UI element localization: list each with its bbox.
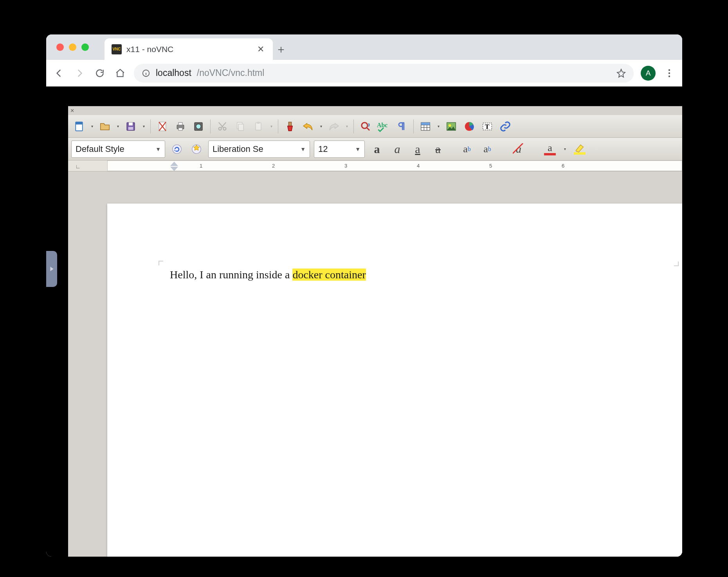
url-input[interactable]: localhost/noVNC/vnc.html	[134, 64, 634, 83]
close-window-button[interactable]	[56, 43, 64, 51]
first-line-indent-marker[interactable]	[170, 162, 178, 166]
maximize-window-button[interactable]	[81, 43, 89, 51]
copy-button[interactable]	[232, 119, 248, 134]
vnc-viewport: × ▾ ▾ ▾	[46, 87, 682, 557]
svg-rect-21	[256, 123, 261, 130]
document-text[interactable]: Hello, I an running inside a docker cont…	[170, 269, 366, 281]
redo-button[interactable]	[326, 119, 342, 134]
browser-window: VNC x11 - noVNC ✕ ＋ localhost/noVNC/vnc.…	[46, 34, 682, 557]
cut-button[interactable]	[214, 119, 230, 134]
insert-hyperlink-button[interactable]	[497, 119, 513, 134]
save-button[interactable]	[123, 119, 139, 134]
open-dropdown[interactable]: ▾	[115, 124, 121, 128]
svg-point-3	[669, 69, 670, 70]
font-size-select[interactable]: 12 ▼	[314, 141, 365, 158]
undo-dropdown[interactable]: ▾	[318, 124, 324, 128]
open-button[interactable]	[97, 119, 113, 134]
svg-rect-14	[178, 128, 182, 130]
table-dropdown[interactable]: ▾	[436, 124, 441, 128]
strikethrough-button[interactable]: a	[430, 141, 446, 157]
margin-corner-icon	[159, 261, 163, 265]
minimize-window-button[interactable]	[69, 43, 76, 51]
tab-title: x11 - noVNC	[126, 45, 251, 54]
subscript-button[interactable]: ab	[479, 141, 496, 157]
font-name-value: Liberation Se	[213, 144, 263, 154]
clear-formatting-button[interactable]: a	[510, 141, 527, 157]
insert-chart-button[interactable]	[461, 119, 477, 134]
text-run-highlighted: docker container	[292, 269, 366, 281]
new-tab-button[interactable]: ＋	[273, 38, 289, 60]
svg-rect-9	[129, 123, 133, 126]
tab-favicon: VNC	[112, 44, 122, 54]
tab-close-button[interactable]: ✕	[256, 44, 266, 54]
reload-button[interactable]	[93, 67, 106, 80]
ruler-scale: 1 2 3 4 5 6	[107, 160, 682, 171]
spellcheck-button[interactable]: Abc	[376, 119, 391, 134]
inner-close-button[interactable]: ×	[70, 107, 74, 114]
underline-button[interactable]: a	[409, 141, 426, 157]
window-controls	[51, 34, 93, 60]
back-button[interactable]	[52, 67, 66, 80]
undo-button[interactable]	[300, 119, 316, 134]
url-path: /noVNC/vnc.html	[197, 68, 265, 78]
new-document-dropdown[interactable]: ▾	[89, 124, 95, 128]
svg-rect-22	[257, 122, 260, 124]
paste-button[interactable]	[250, 119, 266, 134]
svg-rect-13	[178, 123, 182, 125]
save-dropdown[interactable]: ▾	[141, 124, 146, 128]
update-style-button[interactable]	[169, 141, 185, 157]
highlight-button[interactable]	[571, 141, 588, 157]
bookmark-star-icon[interactable]	[616, 69, 626, 78]
insert-table-button[interactable]	[418, 119, 433, 134]
margin-corner-icon	[674, 261, 679, 266]
svg-rect-10	[128, 127, 133, 130]
svg-point-33	[173, 144, 182, 153]
svg-point-29	[449, 124, 451, 126]
left-indent-marker[interactable]	[170, 167, 178, 171]
font-color-dropdown[interactable]: ▾	[562, 147, 568, 151]
paragraph-style-value: Default Style	[76, 144, 124, 154]
ruler-corner: ∟	[75, 163, 81, 169]
paste-dropdown[interactable]: ▾	[268, 124, 274, 128]
insert-text-box-button[interactable]: T	[479, 119, 495, 134]
ruler-mark: 4	[417, 163, 420, 169]
font-name-select[interactable]: Liberation Se ▼	[208, 141, 310, 158]
paragraph-style-select[interactable]: Default Style ▼	[71, 141, 165, 158]
home-button[interactable]	[114, 67, 127, 80]
insert-image-button[interactable]	[443, 119, 459, 134]
chevron-down-icon: ▼	[300, 146, 306, 152]
find-replace-button[interactable]	[358, 119, 373, 134]
document-canvas[interactable]: Hello, I an running inside a docker cont…	[68, 172, 682, 557]
print-button[interactable]	[173, 119, 188, 134]
browser-menu-button[interactable]	[663, 67, 676, 80]
formatting-marks-button[interactable]	[394, 119, 409, 134]
svg-rect-23	[288, 122, 292, 126]
standard-toolbar: ▾ ▾ ▾	[68, 115, 682, 138]
svg-point-17	[219, 127, 222, 130]
document-page[interactable]: Hello, I an running inside a docker cont…	[107, 204, 682, 557]
horizontal-ruler[interactable]: ∟ 1 2 3 4 5 6	[68, 160, 682, 171]
italic-button[interactable]: a	[389, 141, 405, 157]
site-info-icon[interactable]	[142, 69, 150, 78]
svg-text:T: T	[485, 123, 490, 130]
address-bar: localhost/noVNC/vnc.html A	[46, 60, 682, 87]
svg-point-18	[223, 127, 226, 130]
chevron-down-icon: ▼	[155, 146, 161, 152]
print-preview-button[interactable]	[191, 119, 206, 134]
redo-dropdown[interactable]: ▾	[344, 124, 350, 128]
font-size-value: 12	[318, 144, 328, 154]
font-color-button[interactable]: a	[542, 141, 558, 157]
new-style-button[interactable]	[189, 141, 204, 157]
ruler-mark: 1	[200, 163, 202, 169]
superscript-button[interactable]: ab	[459, 141, 475, 157]
svg-point-16	[196, 124, 201, 129]
new-document-button[interactable]	[71, 119, 87, 134]
export-pdf-button[interactable]	[155, 119, 170, 134]
profile-avatar[interactable]: A	[641, 66, 656, 81]
novnc-panel-handle[interactable]	[46, 251, 57, 287]
clone-formatting-button[interactable]	[282, 119, 298, 134]
forward-button[interactable]	[73, 67, 86, 80]
ruler-mark: 2	[272, 163, 275, 169]
browser-tab[interactable]: VNC x11 - noVNC ✕	[105, 38, 273, 60]
bold-button[interactable]: a	[369, 141, 385, 157]
